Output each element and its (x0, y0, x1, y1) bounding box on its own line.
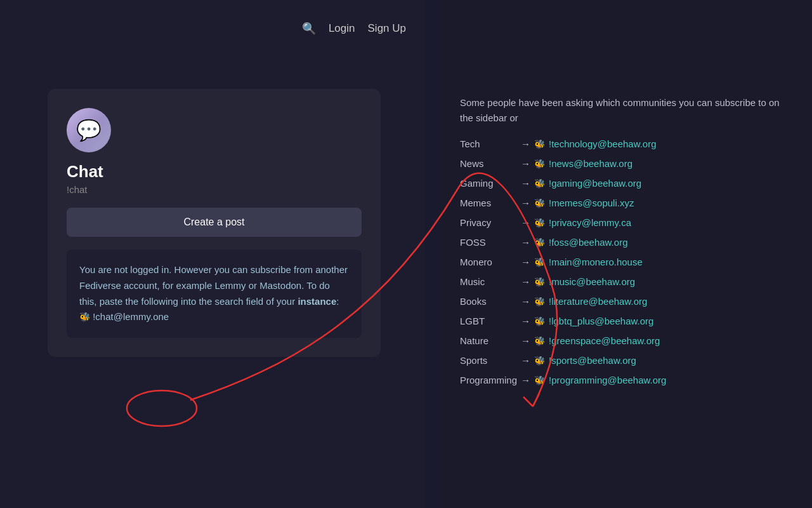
community-link[interactable]: !main@monero.house (549, 257, 643, 267)
bee-icon: 🐝 (534, 356, 545, 366)
category-name: Books (460, 296, 517, 307)
arrow-icon: → (521, 237, 530, 248)
info-box: You are not logged in. However you can s… (67, 250, 362, 338)
category-name: News (460, 158, 517, 169)
category-name: Sports (460, 355, 517, 366)
community-link[interactable]: !greenspace@beehaw.org (549, 335, 660, 346)
community-list-item: FOSS → 🐝 !foss@beehaw.org (460, 237, 793, 248)
bee-icon: 🐝 (534, 218, 545, 228)
community-list-item: LGBT → 🐝 !lgbtq_plus@beehaw.org (460, 316, 793, 326)
community-link[interactable]: !literature@beehaw.org (549, 296, 647, 307)
category-name: Monero (460, 257, 517, 267)
bee-icon: 🐝 (534, 198, 545, 208)
chat-bubble-icon: 💬 (76, 120, 102, 140)
search-icon[interactable]: 🔍 (302, 22, 316, 36)
left-panel: 🔍 Login Sign Up 💬 Chat !chat Create a po… (0, 0, 425, 508)
community-list: Tech → 🐝 !technology@beehaw.org News → 🐝… (460, 138, 793, 385)
arrow-icon: → (521, 296, 530, 307)
communities-intro: Some people have been asking which commu… (460, 13, 793, 126)
login-link[interactable]: Login (329, 22, 355, 35)
community-list-item: News → 🐝 !news@beehaw.org (460, 158, 793, 169)
community-icon: 💬 (67, 108, 111, 152)
community-list-item: Music → 🐝 !music@beehaw.org (460, 276, 793, 287)
instance-handle[interactable]: !chat@lemmy.one (93, 309, 169, 325)
bee-icon: 🐝 (534, 178, 545, 189)
right-panel: Some people have been asking which commu… (441, 0, 812, 508)
arrow-icon: → (521, 316, 530, 326)
bee-icon: 🐝 (534, 375, 545, 385)
community-list-item: Sports → 🐝 !sports@beehaw.org (460, 355, 793, 366)
bee-icon: 🐝 (534, 277, 545, 287)
community-link[interactable]: !music@beehaw.org (549, 276, 635, 287)
category-name: Privacy (460, 217, 517, 228)
community-link[interactable]: !foss@beehaw.org (549, 237, 627, 248)
arrow-icon: → (521, 158, 530, 169)
community-link[interactable]: !lgbtq_plus@beehaw.org (549, 316, 653, 326)
create-post-button[interactable]: Create a post (67, 208, 362, 237)
bee-icon: 🐝 (534, 237, 545, 248)
community-list-item: Tech → 🐝 !technology@beehaw.org (460, 138, 793, 149)
top-nav: 🔍 Login Sign Up (0, 0, 425, 57)
category-name: Music (460, 276, 517, 287)
arrow-icon: → (521, 178, 530, 189)
arrow-icon: → (521, 138, 530, 149)
arrow-icon: → (521, 355, 530, 366)
community-link[interactable]: !memes@sopuli.xyz (549, 197, 634, 208)
community-handle: !chat (67, 184, 362, 195)
arrow-icon: → (521, 276, 530, 287)
category-name: Nature (460, 335, 517, 346)
community-list-item: Gaming → 🐝 !gaming@beehaw.org (460, 178, 793, 189)
category-name: LGBT (460, 316, 517, 326)
community-list-item: Nature → 🐝 !greenspace@beehaw.org (460, 335, 793, 346)
info-text: You are not logged in. However you can s… (79, 264, 348, 322)
category-name: Memes (460, 197, 517, 208)
community-title: Chat (67, 162, 362, 182)
bee-icon: 🐝 (534, 336, 545, 346)
community-link[interactable]: !gaming@beehaw.org (549, 178, 641, 189)
category-name: Tech (460, 138, 517, 149)
community-link[interactable]: !sports@beehaw.org (549, 355, 636, 366)
arrow-icon: → (521, 217, 530, 228)
category-name: Gaming (460, 178, 517, 189)
community-link[interactable]: !news@beehaw.org (549, 158, 632, 169)
bee-icon: 🐝 (534, 139, 545, 149)
arrow-icon: → (521, 375, 530, 385)
category-name: FOSS (460, 237, 517, 248)
community-list-item: Programming → 🐝 !programming@beehaw.org (460, 375, 793, 385)
bee-icon-inline: 🐝 (79, 312, 90, 322)
bee-icon: 🐝 (534, 297, 545, 307)
bee-icon: 🐝 (534, 159, 545, 169)
arrow-icon: → (521, 257, 530, 267)
bee-icon: 🐝 (534, 316, 545, 326)
category-name: Programming (460, 375, 517, 385)
community-link[interactable]: !technology@beehaw.org (549, 138, 657, 149)
bee-icon: 🐝 (534, 257, 545, 267)
arrow-icon: → (521, 335, 530, 346)
community-card: 💬 Chat !chat Create a post You are not l… (48, 89, 381, 357)
arrow-icon: → (521, 197, 530, 208)
community-list-item: Monero → 🐝 !main@monero.house (460, 257, 793, 267)
community-link[interactable]: !privacy@lemmy.ca (549, 217, 631, 228)
community-list-item: Memes → 🐝 !memes@sopuli.xyz (460, 197, 793, 208)
community-list-item: Privacy → 🐝 !privacy@lemmy.ca (460, 217, 793, 228)
community-link[interactable]: !programming@beehaw.org (549, 375, 666, 385)
signup-link[interactable]: Sign Up (368, 22, 406, 35)
community-list-item: Books → 🐝 !literature@beehaw.org (460, 296, 793, 307)
